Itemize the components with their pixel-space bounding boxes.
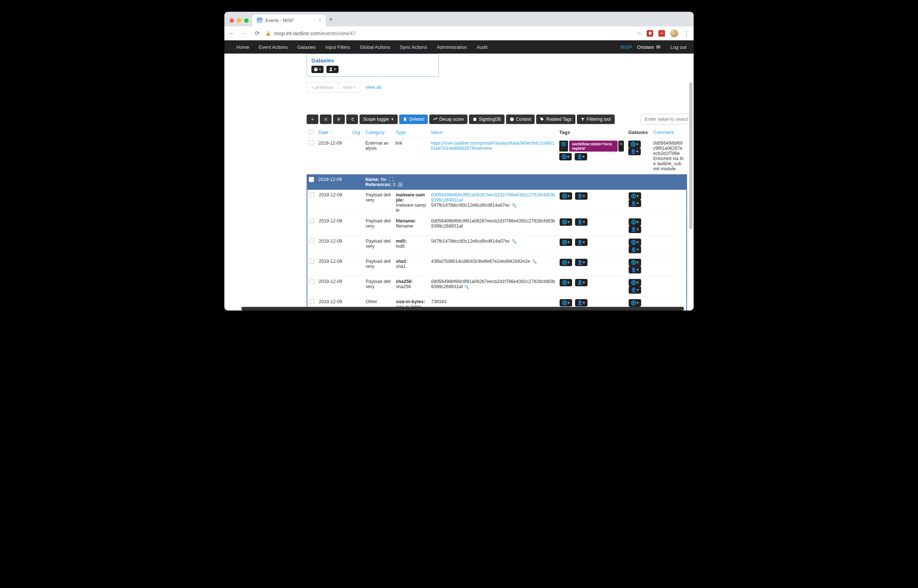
add-global-galaxy-button[interactable]: 🌐+ [629,299,641,307]
search-input[interactable] [641,114,692,124]
context-button[interactable]: Context [506,115,535,124]
vertical-scrollbar[interactable] [689,69,693,305]
th-date[interactable]: Date ↑ [316,127,350,138]
tag-scope-icon[interactable]: 🌐 [559,141,568,152]
add-local-galaxy-button[interactable]: 👤+ [629,200,641,207]
reload-button[interactable]: ⟳ [253,30,261,37]
sightingdb-button[interactable]: SightingDB [469,115,504,124]
add-global-galaxy-button[interactable]: 🌐+ [629,218,641,226]
th-org[interactable]: Org [350,127,363,138]
back-button[interactable]: ← [228,30,236,37]
add-global-galaxy-button[interactable]: + [311,66,323,73]
magnify-icon[interactable]: 🔍 [512,203,517,207]
nav-audit[interactable]: Audit [472,44,493,50]
add-global-galaxy-button[interactable]: 🌐+ [628,141,641,148]
row-checkbox[interactable] [310,218,314,223]
add-user-galaxy-button[interactable]: + [326,66,339,73]
browser-menu-icon[interactable]: ⋮ [684,29,690,37]
add-global-tag-button[interactable]: 🌐+ [559,153,572,160]
add-global-tag-button[interactable]: 🌐+ [559,279,572,286]
add-global-tag-button[interactable]: 🌐+ [559,192,572,200]
cell-value: 0d056498bf69c9f91a08267eecb2d1f786e4392c… [431,279,555,289]
browser-tab[interactable]: Events - MISP × [252,15,326,26]
magnify-icon[interactable]: 🔍 [532,259,537,263]
bookmark-icon[interactable]: ☆ [637,31,642,36]
brand-link[interactable]: MISP [620,44,632,50]
user-menu[interactable]: Ortolani ✉ [637,44,661,50]
view-all-link[interactable]: view all [365,84,381,90]
object-checkbox[interactable] [309,177,314,182]
add-attribute-button[interactable] [307,115,318,124]
minimize-window-icon[interactable] [237,18,241,23]
th-comment[interactable]: Comment [651,127,687,138]
th-type[interactable]: Type [393,127,428,138]
select-all-checkbox[interactable] [309,129,314,134]
add-global-tag-button[interactable]: 🌐+ [559,299,572,307]
prev-page-button[interactable]: « previous [307,82,338,92]
row-checkbox[interactable] [309,141,314,145]
add-local-tag-button[interactable]: 👤+ [575,218,588,226]
shuffle-button[interactable] [346,115,358,124]
add-local-tag-button[interactable]: 👤+ [575,153,587,160]
nav-galaxies[interactable]: Galaxies [292,44,320,50]
close-window-icon[interactable] [230,18,234,23]
nav-event-actions[interactable]: Event Actions [254,44,293,50]
new-tab-button[interactable]: + [326,16,336,26]
value-link[interactable]: https://user.lastline.com/portal#/analys… [431,141,554,151]
add-local-galaxy-button[interactable]: 👤+ [629,286,641,294]
nav-administration[interactable]: Administration [432,44,472,50]
add-local-galaxy-button[interactable]: 👤+ [629,246,641,253]
related-tags-button[interactable]: Related Tags [536,115,575,124]
add-local-tag-button[interactable]: 👤+ [575,299,588,307]
value-link[interactable]: 0d056498bf69c9f91a08267eecb2d1f786e4392c… [431,192,555,203]
add-local-galaxy-button[interactable]: 👤+ [629,266,641,273]
scope-toggle-button[interactable]: Scope toggle ▼ [359,115,398,124]
next-page-button[interactable]: next » [338,82,360,92]
add-global-tag-button[interactable]: 🌐+ [559,259,572,266]
expand-icon[interactable]: ⛶ [389,177,394,182]
add-global-galaxy-button[interactable]: 🌐+ [629,192,641,200]
remove-tag-button[interactable]: x [618,141,624,152]
ublock-extension-icon[interactable] [646,30,653,37]
close-tab-icon[interactable]: × [319,18,321,23]
magnify-icon[interactable]: 🔍 [512,239,517,243]
add-local-galaxy-button[interactable]: 👤+ [629,226,641,233]
add-reference-button[interactable]: + [398,183,402,187]
filtering-tool-button[interactable]: Filtering tool [577,115,614,124]
th-value[interactable]: Value [428,127,557,138]
cell-type: filename:filename [394,216,429,236]
add-local-galaxy-button[interactable]: 👤+ [628,148,641,155]
row-checkbox[interactable] [310,299,314,304]
add-global-galaxy-button[interactable]: 🌐+ [629,239,641,246]
cell-category: Payload delivery [364,276,394,297]
horizontal-scrollbar[interactable] [241,307,684,310]
deleted-toggle-button[interactable]: Deleted [399,115,428,124]
add-global-galaxy-button[interactable]: 🌐+ [629,259,641,266]
url-field[interactable]: 🔒 misp.int.lastline.com/events/view/47 [265,31,633,36]
logout-link[interactable]: Log out [666,44,686,50]
decay-score-button[interactable]: Decay score [429,115,467,124]
profile-avatar[interactable] [670,29,678,37]
nav-home[interactable]: Home [232,44,254,50]
row-checkbox[interactable] [310,279,314,284]
add-local-tag-button[interactable]: 👤+ [575,279,588,286]
add-local-tag-button[interactable]: 👤+ [575,239,588,246]
nav-global-actions[interactable]: Global Actions [355,44,395,50]
align-view-button[interactable] [333,115,345,124]
row-checkbox[interactable] [310,259,314,263]
nav-sync-actions[interactable]: Sync Actions [395,44,432,50]
maximize-window-icon[interactable] [244,18,249,23]
add-local-tag-button[interactable]: 👤+ [575,192,588,200]
th-category[interactable]: Category [363,127,393,138]
magnify-icon[interactable]: 🔍 [464,284,469,289]
nav-input-filters[interactable]: Input Filters [320,44,355,50]
row-checkbox[interactable] [310,192,314,197]
lastpass-extension-icon[interactable]: ••• [658,30,665,37]
list-view-button[interactable] [320,115,331,124]
row-checkbox[interactable] [310,239,314,243]
workflow-tag[interactable]: workflow:state='incomplete' [569,141,617,152]
add-global-tag-button[interactable]: 🌐+ [559,218,572,226]
add-global-tag-button[interactable]: 🌐+ [559,239,572,246]
add-local-tag-button[interactable]: 👤+ [575,259,588,266]
add-global-galaxy-button[interactable]: 🌐+ [629,279,641,286]
